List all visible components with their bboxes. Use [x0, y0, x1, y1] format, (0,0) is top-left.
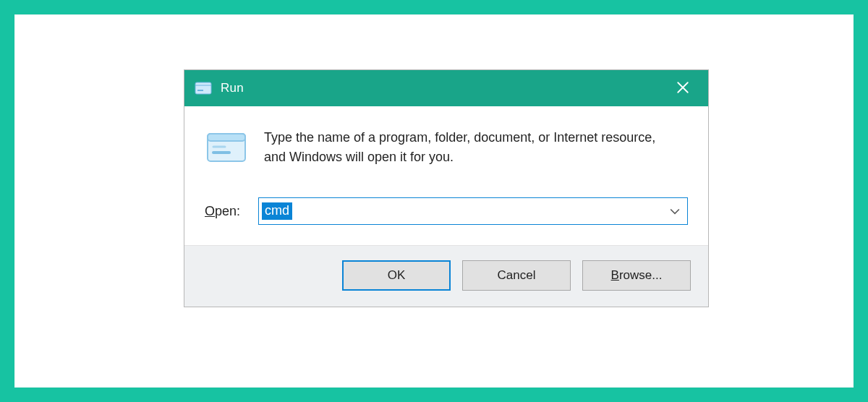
- cancel-button-label: Cancel: [498, 268, 536, 283]
- window-title: Run: [221, 81, 244, 95]
- message-row: Type the name of a program, folder, docu…: [205, 128, 688, 167]
- close-icon: [676, 81, 689, 96]
- open-row: Open: cmd: [205, 197, 688, 225]
- browse-button[interactable]: Browse...: [582, 260, 691, 291]
- combobox-dropdown-button[interactable]: [663, 198, 687, 224]
- button-bar: OK Cancel Browse...: [184, 245, 708, 307]
- outer-frame: Run: [0, 0, 868, 402]
- titlebar[interactable]: Run: [184, 70, 708, 106]
- open-combobox[interactable]: cmd: [258, 197, 688, 225]
- svg-rect-2: [208, 134, 245, 141]
- content-panel: Run: [14, 14, 854, 388]
- open-input-value[interactable]: cmd: [262, 202, 292, 221]
- ok-button-label: OK: [388, 268, 406, 283]
- dialog-description: Type the name of a program, folder, docu…: [264, 128, 669, 167]
- run-dialog: Run: [184, 69, 709, 307]
- ok-button[interactable]: OK: [342, 260, 451, 291]
- dialog-body: Type the name of a program, folder, docu…: [184, 106, 708, 245]
- run-program-icon: [205, 128, 248, 167]
- chevron-down-icon: [670, 205, 680, 218]
- svg-rect-0: [195, 82, 211, 94]
- open-label: Open:: [205, 204, 245, 219]
- cancel-button[interactable]: Cancel: [462, 260, 571, 291]
- run-icon: [195, 80, 212, 96]
- close-button[interactable]: [658, 70, 708, 106]
- browse-button-label: Browse...: [611, 268, 663, 283]
